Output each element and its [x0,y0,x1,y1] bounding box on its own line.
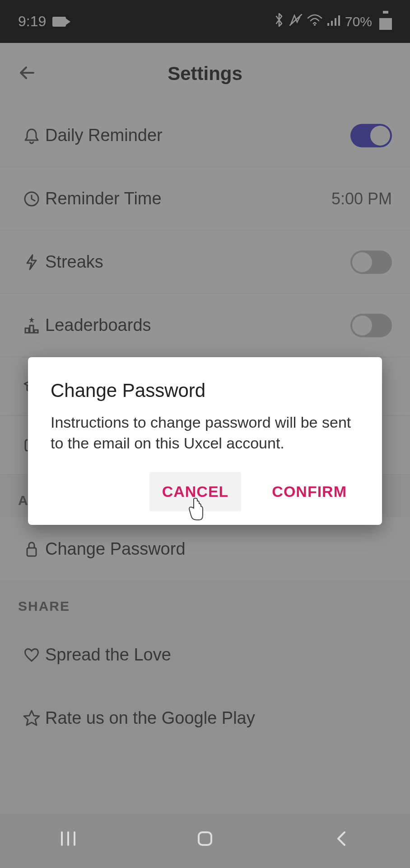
home-button[interactable] [187,828,223,854]
recent-apps-button[interactable] [50,828,86,854]
cancel-button[interactable]: CANCEL [149,472,242,511]
change-password-dialog: Change Password Instructions to change p… [28,357,382,525]
android-navbar [0,814,410,868]
dialog-title: Change Password [51,380,359,401]
dialog-body: Instructions to change password will be … [51,412,359,454]
dialog-actions: CANCEL CONFIRM [51,472,359,511]
cancel-label: CANCEL [162,483,229,500]
android-back-button[interactable] [324,828,360,854]
svg-rect-13 [199,832,211,845]
confirm-button[interactable]: CONFIRM [259,472,359,511]
pointer-cursor-icon [186,497,205,525]
